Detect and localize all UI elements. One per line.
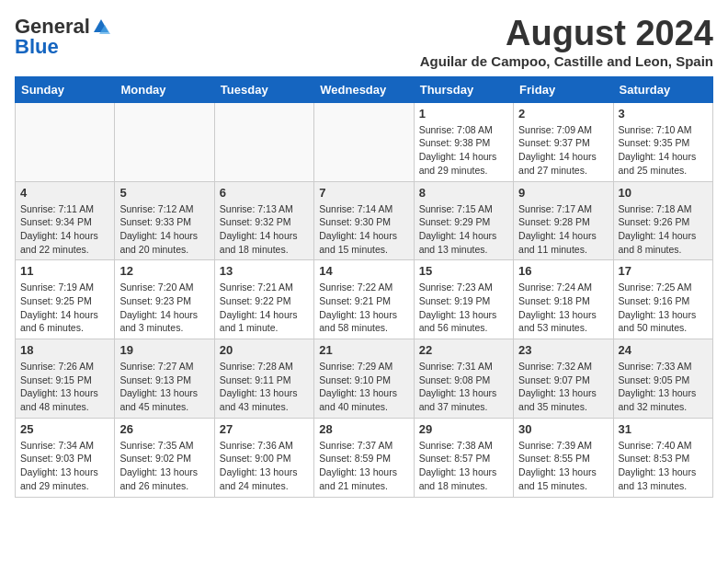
calendar-day [115, 102, 214, 181]
day-info: Sunrise: 7:11 AM Sunset: 9:34 PM Dayligh… [20, 202, 109, 257]
logo-icon [92, 17, 110, 36]
day-number: 15 [419, 264, 508, 278]
calendar-week-row: 18Sunrise: 7:26 AM Sunset: 9:15 PM Dayli… [16, 339, 713, 419]
calendar-day: 5Sunrise: 7:12 AM Sunset: 9:33 PM Daylig… [115, 181, 214, 260]
day-number: 11 [20, 264, 109, 278]
calendar-week-row: 25Sunrise: 7:34 AM Sunset: 9:03 PM Dayli… [16, 418, 713, 497]
day-number: 30 [518, 422, 608, 436]
day-info: Sunrise: 7:26 AM Sunset: 9:15 PM Dayligh… [20, 360, 109, 414]
day-info: Sunrise: 7:14 AM Sunset: 9:30 PM Dayligh… [319, 202, 408, 257]
day-number: 27 [220, 422, 309, 436]
calendar-day: 30Sunrise: 7:39 AM Sunset: 8:55 PM Dayli… [514, 418, 613, 497]
day-number: 23 [518, 343, 608, 357]
weekday-header-saturday: Saturday [613, 76, 712, 102]
day-info: Sunrise: 7:19 AM Sunset: 9:25 PM Dayligh… [20, 281, 109, 335]
day-info: Sunrise: 7:23 AM Sunset: 9:19 PM Dayligh… [419, 281, 508, 335]
day-info: Sunrise: 7:37 AM Sunset: 8:59 PM Dayligh… [319, 439, 408, 493]
day-info: Sunrise: 7:36 AM Sunset: 9:00 PM Dayligh… [220, 439, 309, 493]
calendar-day: 16Sunrise: 7:24 AM Sunset: 9:18 PM Dayli… [514, 260, 613, 339]
day-number: 12 [119, 264, 209, 278]
day-number: 24 [619, 343, 708, 357]
weekday-header-sunday: Sunday [16, 76, 115, 102]
calendar-day: 20Sunrise: 7:28 AM Sunset: 9:11 PM Dayli… [214, 339, 313, 419]
day-number: 28 [319, 422, 408, 436]
day-number: 4 [20, 186, 109, 200]
day-info: Sunrise: 7:09 AM Sunset: 9:37 PM Dayligh… [518, 123, 608, 178]
day-number: 2 [518, 107, 608, 121]
day-info: Sunrise: 7:20 AM Sunset: 9:23 PM Dayligh… [119, 281, 209, 335]
day-number: 19 [119, 343, 209, 357]
day-info: Sunrise: 7:38 AM Sunset: 8:57 PM Dayligh… [419, 439, 508, 493]
calendar-day: 21Sunrise: 7:29 AM Sunset: 9:10 PM Dayli… [314, 339, 414, 419]
day-info: Sunrise: 7:25 AM Sunset: 9:16 PM Dayligh… [619, 281, 708, 335]
day-number: 14 [319, 264, 408, 278]
day-info: Sunrise: 7:22 AM Sunset: 9:21 PM Dayligh… [319, 281, 408, 335]
day-number: 16 [518, 264, 608, 278]
calendar-day: 10Sunrise: 7:18 AM Sunset: 9:26 PM Dayli… [613, 181, 712, 260]
calendar-day: 3Sunrise: 7:10 AM Sunset: 9:35 PM Daylig… [613, 102, 712, 181]
calendar-header-row: SundayMondayTuesdayWednesdayThursdayFrid… [16, 76, 713, 102]
weekday-header-monday: Monday [115, 76, 214, 102]
day-info: Sunrise: 7:24 AM Sunset: 9:18 PM Dayligh… [518, 281, 608, 335]
calendar-day: 6Sunrise: 7:13 AM Sunset: 9:32 PM Daylig… [214, 181, 313, 260]
calendar-day: 23Sunrise: 7:32 AM Sunset: 9:07 PM Dayli… [514, 339, 613, 419]
calendar-day: 17Sunrise: 7:25 AM Sunset: 9:16 PM Dayli… [613, 260, 712, 339]
day-number: 8 [419, 186, 508, 200]
day-info: Sunrise: 7:27 AM Sunset: 9:13 PM Dayligh… [119, 360, 209, 414]
day-info: Sunrise: 7:21 AM Sunset: 9:22 PM Dayligh… [220, 281, 309, 335]
day-info: Sunrise: 7:15 AM Sunset: 9:29 PM Dayligh… [419, 202, 508, 257]
calendar-day: 15Sunrise: 7:23 AM Sunset: 9:19 PM Dayli… [414, 260, 513, 339]
calendar-day: 2Sunrise: 7:09 AM Sunset: 9:37 PM Daylig… [514, 102, 613, 181]
day-info: Sunrise: 7:40 AM Sunset: 8:53 PM Dayligh… [619, 439, 708, 493]
day-number: 9 [518, 186, 608, 200]
day-info: Sunrise: 7:13 AM Sunset: 9:32 PM Dayligh… [220, 202, 309, 257]
day-number: 21 [319, 343, 408, 357]
calendar-day: 27Sunrise: 7:36 AM Sunset: 9:00 PM Dayli… [214, 418, 313, 497]
day-number: 20 [220, 343, 309, 357]
day-info: Sunrise: 7:10 AM Sunset: 9:35 PM Dayligh… [619, 123, 708, 178]
calendar-day: 26Sunrise: 7:35 AM Sunset: 9:02 PM Dayli… [115, 418, 214, 497]
page-header: General Blue August 2024 Aguilar de Camp… [15, 15, 713, 69]
logo-blue-text: Blue [15, 35, 59, 59]
calendar-week-row: 1Sunrise: 7:08 AM Sunset: 9:38 PM Daylig… [16, 102, 713, 181]
logo: General Blue [15, 15, 110, 59]
day-number: 29 [419, 422, 508, 436]
day-number: 26 [119, 422, 209, 436]
day-info: Sunrise: 7:32 AM Sunset: 9:07 PM Dayligh… [518, 360, 608, 414]
day-info: Sunrise: 7:33 AM Sunset: 9:05 PM Dayligh… [619, 360, 708, 414]
day-info: Sunrise: 7:12 AM Sunset: 9:33 PM Dayligh… [119, 202, 209, 257]
day-number: 1 [419, 107, 508, 121]
calendar-day: 7Sunrise: 7:14 AM Sunset: 9:30 PM Daylig… [314, 181, 414, 260]
day-number: 7 [319, 186, 408, 200]
calendar-day: 24Sunrise: 7:33 AM Sunset: 9:05 PM Dayli… [613, 339, 712, 419]
day-info: Sunrise: 7:35 AM Sunset: 9:02 PM Dayligh… [119, 439, 209, 493]
calendar-day: 14Sunrise: 7:22 AM Sunset: 9:21 PM Dayli… [314, 260, 414, 339]
calendar-day [214, 102, 313, 181]
day-number: 5 [119, 186, 209, 200]
day-info: Sunrise: 7:18 AM Sunset: 9:26 PM Dayligh… [619, 202, 708, 257]
calendar-day [314, 102, 414, 181]
calendar-day: 9Sunrise: 7:17 AM Sunset: 9:28 PM Daylig… [514, 181, 613, 260]
day-info: Sunrise: 7:39 AM Sunset: 8:55 PM Dayligh… [518, 439, 608, 493]
weekday-header-tuesday: Tuesday [214, 76, 313, 102]
day-number: 10 [619, 186, 708, 200]
calendar-day: 8Sunrise: 7:15 AM Sunset: 9:29 PM Daylig… [414, 181, 513, 260]
calendar-week-row: 11Sunrise: 7:19 AM Sunset: 9:25 PM Dayli… [16, 260, 713, 339]
calendar-day: 11Sunrise: 7:19 AM Sunset: 9:25 PM Dayli… [16, 260, 115, 339]
title-block: August 2024 Aguilar de Campoo, Castille … [420, 15, 713, 69]
calendar-day: 31Sunrise: 7:40 AM Sunset: 8:53 PM Dayli… [613, 418, 712, 497]
day-number: 17 [619, 264, 708, 278]
day-number: 18 [20, 343, 109, 357]
calendar-day: 25Sunrise: 7:34 AM Sunset: 9:03 PM Dayli… [16, 418, 115, 497]
calendar-table: SundayMondayTuesdayWednesdayThursdayFrid… [15, 76, 713, 498]
day-number: 3 [619, 107, 708, 121]
weekday-header-thursday: Thursday [414, 76, 513, 102]
calendar-day: 4Sunrise: 7:11 AM Sunset: 9:34 PM Daylig… [16, 181, 115, 260]
weekday-header-wednesday: Wednesday [314, 76, 414, 102]
calendar-day: 29Sunrise: 7:38 AM Sunset: 8:57 PM Dayli… [414, 418, 513, 497]
month-year-title: August 2024 [420, 15, 713, 53]
calendar-day: 18Sunrise: 7:26 AM Sunset: 9:15 PM Dayli… [16, 339, 115, 419]
day-info: Sunrise: 7:34 AM Sunset: 9:03 PM Dayligh… [20, 439, 109, 493]
calendar-week-row: 4Sunrise: 7:11 AM Sunset: 9:34 PM Daylig… [16, 181, 713, 260]
weekday-header-friday: Friday [514, 76, 613, 102]
